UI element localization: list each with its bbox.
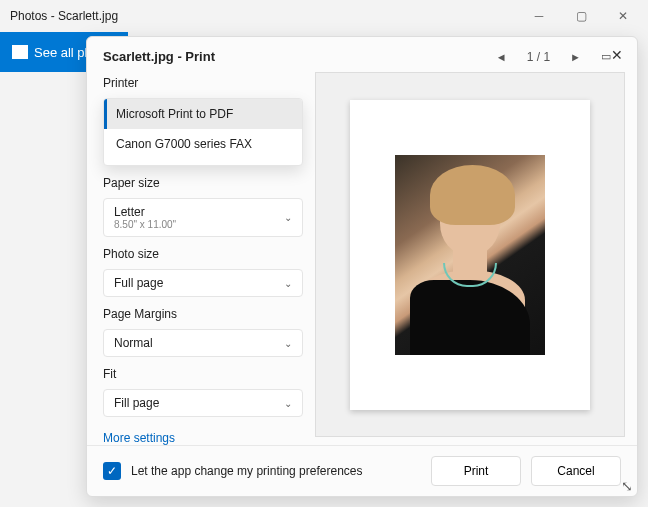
preview-photo <box>395 155 545 355</box>
preferences-checkbox[interactable]: ✓ <box>103 462 121 480</box>
close-icon[interactable]: ✕ <box>611 47 623 63</box>
window-controls: ─ ▢ ✕ <box>518 2 644 30</box>
printer-label: Printer <box>103 76 303 90</box>
next-page-icon[interactable]: ► <box>570 51 581 63</box>
dialog-header: Scarlett.jpg - Print ◄ 1 / 1 ► ▭ <box>87 37 637 72</box>
paper-size-value: Letter <box>114 205 145 219</box>
dialog-title: Scarlett.jpg - Print <box>103 49 215 64</box>
preview-page <box>350 100 590 410</box>
minimize-button[interactable]: ─ <box>518 2 560 30</box>
page-indicator: 1 / 1 <box>527 50 550 64</box>
print-button[interactable]: Print <box>431 456 521 486</box>
preferences-label: Let the app change my printing preferenc… <box>131 464 362 478</box>
dialog-footer: ✓ Let the app change my printing prefere… <box>87 445 637 496</box>
fit-select[interactable]: Fill page ⌄ <box>103 389 303 417</box>
page-navigator: ◄ 1 / 1 ► ▭ <box>496 50 621 64</box>
paper-size-label: Paper size <box>103 176 303 190</box>
window-title: Photos - Scarlett.jpg <box>10 9 118 23</box>
printer-option[interactable]: Canon G7000 series FAX <box>104 129 302 159</box>
photo-size-label: Photo size <box>103 247 303 261</box>
printer-option[interactable]: Canon G7000 series <box>104 159 302 166</box>
fit-page-icon[interactable]: ▭ <box>601 50 611 63</box>
paper-size-sub: 8.50" x 11.00" <box>114 219 176 230</box>
titlebar: Photos - Scarlett.jpg ─ ▢ ✕ <box>0 0 648 32</box>
photos-icon <box>12 45 28 59</box>
print-preview <box>315 72 625 437</box>
print-options-panel: Printer Microsoft Print to PDF Canon G70… <box>103 72 303 445</box>
printer-option[interactable]: Microsoft Print to PDF <box>104 99 302 129</box>
printer-dropdown-open[interactable]: Microsoft Print to PDF Canon G7000 serie… <box>103 98 303 166</box>
margins-value: Normal <box>114 336 153 350</box>
photo-size-select[interactable]: Full page ⌄ <box>103 269 303 297</box>
close-button[interactable]: ✕ <box>602 2 644 30</box>
cancel-button[interactable]: Cancel <box>531 456 621 486</box>
margins-select[interactable]: Normal ⌄ <box>103 329 303 357</box>
more-settings-link[interactable]: More settings <box>103 431 303 445</box>
chevron-down-icon: ⌄ <box>284 278 292 289</box>
chevron-down-icon: ⌄ <box>284 338 292 349</box>
paper-size-select[interactable]: Letter 8.50" x 11.00" ⌄ <box>103 198 303 237</box>
print-dialog: ✕ Scarlett.jpg - Print ◄ 1 / 1 ► ▭ Print… <box>86 36 638 497</box>
prev-page-icon[interactable]: ◄ <box>496 51 507 63</box>
chevron-down-icon: ⌄ <box>284 212 292 223</box>
fit-value: Fill page <box>114 396 159 410</box>
maximize-button[interactable]: ▢ <box>560 2 602 30</box>
photo-size-value: Full page <box>114 276 163 290</box>
margins-label: Page Margins <box>103 307 303 321</box>
resize-grip-icon[interactable]: ⤡ <box>621 478 633 494</box>
chevron-down-icon: ⌄ <box>284 398 292 409</box>
fit-label: Fit <box>103 367 303 381</box>
